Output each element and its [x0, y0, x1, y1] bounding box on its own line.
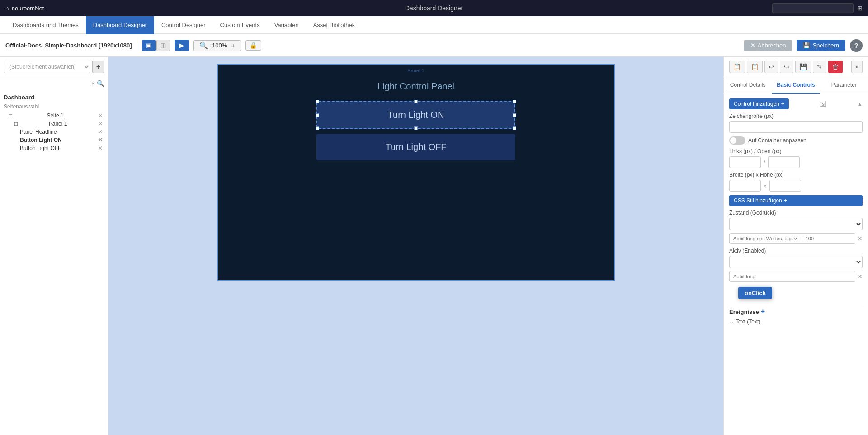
rs-delete-btn[interactable]: 🗑 — [828, 61, 843, 73]
rs-links-input[interactable]: 0 — [729, 156, 761, 168]
rs-collapse-btn[interactable]: » — [851, 61, 863, 73]
rs-zeichengroesse-input[interactable]: 0 — [729, 121, 863, 133]
tab-asset[interactable]: Asset Bibliothek — [306, 16, 363, 34]
rs-auf-container-toggle[interactable] — [729, 136, 745, 145]
rs-ereignisse-plus[interactable]: + — [761, 308, 765, 316]
tab-custom-events[interactable]: Custom Events — [213, 16, 267, 34]
rs-add-control-row: Control hinzufügen + ⇲ ▲ — [729, 98, 863, 109]
btn-off-label: Turn Light OFF — [386, 142, 447, 152]
play-button[interactable]: ▶ — [175, 40, 189, 51]
tree-label-seite1: Seite 1 — [47, 112, 63, 119]
zoom-controls: 🔍 100% + — [193, 40, 241, 51]
rs-undo-btn[interactable]: ↩ — [764, 61, 778, 73]
rs-hoehe-input[interactable]: 100 — [769, 180, 801, 192]
rs-breite-input[interactable]: 900 — [729, 180, 761, 192]
view-btn-1[interactable]: ▣ — [142, 40, 156, 51]
rs-zustand-input[interactable] — [729, 233, 855, 244]
tree-item-btn-on[interactable]: Button Light ON ✕ — [4, 136, 104, 144]
tree-close-btn-on[interactable]: ✕ — [98, 137, 103, 143]
onclick-popup[interactable]: onClick — [738, 287, 772, 299]
rs-breite-hoehe-row: 900 x 100 — [729, 180, 863, 192]
rs-auf-container-label: Auf Container anpassen — [748, 137, 807, 144]
topbar: ⌂ neuroomNet Dashboard Designer ⊞ — [0, 0, 868, 16]
handle-tl[interactable] — [316, 100, 319, 103]
btn-on-label: Turn Light ON — [388, 110, 444, 120]
rs-add-control-btn[interactable]: Control hinzufügen + — [729, 98, 789, 109]
view-btn-group: ▣ ◫ — [142, 40, 170, 51]
canvas-buttons: Turn Light ON Turn Light OFF — [218, 101, 614, 160]
handle-mr[interactable] — [513, 113, 516, 117]
tree-item-seite1[interactable]: □ Seite 1 ✕ — [4, 112, 104, 120]
rs-text-row: ⌄ Text (Text) — [729, 318, 863, 325]
grid-icon: ⊞ — [857, 5, 863, 12]
rs-add-control-icon: + — [781, 101, 784, 107]
handle-ml[interactable] — [316, 113, 319, 117]
control-select[interactable]: (Steuerelement auswählen) — [4, 61, 90, 73]
save-icon: 💾 — [803, 42, 810, 49]
rs-auf-container-row: Auf Container anpassen — [729, 136, 863, 145]
zoom-value: 100% — [212, 42, 228, 49]
rs-add-control-label: Control hinzufügen — [734, 101, 779, 107]
rs-edit-btn[interactable]: ✎ — [813, 61, 826, 73]
sidebar-add-button[interactable]: + — [92, 61, 104, 73]
sidebar-clear-button[interactable]: × — [91, 80, 95, 87]
tree-label-btn-off: Button Light OFF — [20, 145, 61, 151]
rs-css-btn[interactable]: CSS Stil hinzufügen + — [729, 195, 863, 206]
tab-variablen[interactable]: Variablen — [267, 16, 306, 34]
rs-tab-parameter[interactable]: Parameter — [820, 77, 868, 94]
canvas-btn-off[interactable]: Turn Light OFF — [316, 134, 515, 160]
canvas-btn-on[interactable]: Turn Light ON — [316, 101, 515, 129]
lock-button[interactable]: 🔒 — [245, 40, 261, 51]
canvas-frame: Panel 1 Light Control Panel Turn Light O… — [217, 64, 615, 281]
zoom-in-button[interactable]: + — [230, 42, 237, 49]
topbar-title: Dashboard Designer — [405, 5, 463, 12]
rs-zustand-select[interactable] — [729, 218, 863, 230]
save-button[interactable]: 💾 Speichern — [797, 40, 845, 51]
handle-bm[interactable] — [414, 126, 418, 130]
tab-dashboards[interactable]: Dashboards und Themes — [5, 16, 86, 34]
rs-tab-basic-controls[interactable]: Basic Controls — [772, 77, 820, 94]
tree-item-btn-off[interactable]: Button Light OFF ✕ — [4, 144, 104, 152]
tab-control-designer[interactable]: Control Designer — [154, 16, 213, 34]
rs-zustand-label: Zustand (Gedrückt) — [729, 210, 863, 216]
rs-aktiv-clear-btn[interactable]: ✕ — [857, 273, 863, 280]
rs-aktiv-select[interactable] — [729, 256, 863, 268]
tree-label-btn-on: Button Light ON — [20, 137, 62, 143]
tree-close-headline[interactable]: ✕ — [98, 129, 103, 135]
cancel-button[interactable]: ✕ Abbrechen — [744, 40, 793, 51]
rs-paste-btn[interactable]: 📋 — [747, 61, 763, 73]
tab-designer[interactable]: Dashboard Designer — [86, 16, 154, 34]
rs-collapse-icon: ▲ — [857, 101, 863, 108]
sidebar-search-button[interactable]: 🔍 — [97, 80, 104, 87]
rs-zeichengroesse-label: Zeichengröße (px) — [729, 113, 863, 119]
tree-label-panel1: Panel 1 — [49, 121, 67, 127]
rs-divider — [729, 304, 863, 304]
tree-close-panel1[interactable]: ✕ — [98, 121, 103, 127]
handle-tr[interactable] — [513, 100, 516, 103]
tree-close-seite1[interactable]: ✕ — [98, 112, 103, 119]
toolbar-title: Official-Docs_Simple-Dashboard [1920x108… — [5, 42, 132, 49]
rs-tab-control-details[interactable]: Control Details — [724, 77, 772, 94]
rs-tabs: Control Details Basic Controls Parameter — [724, 77, 868, 94]
rs-redo-btn[interactable]: ↪ — [780, 61, 793, 73]
handle-tm[interactable] — [414, 100, 418, 103]
rs-sep2: x — [764, 182, 767, 189]
zoom-out-button[interactable]: 🔍 — [198, 42, 210, 50]
rs-zustand-clear-btn[interactable]: ✕ — [857, 235, 863, 242]
tree-close-btn-off[interactable]: ✕ — [98, 145, 103, 151]
rs-copy-btn[interactable]: 📋 — [729, 61, 745, 73]
view-btn-2[interactable]: ◫ — [156, 40, 170, 51]
left-sidebar: (Steuerelement auswählen) + × 🔍 Dashboar… — [0, 57, 108, 435]
topbar-search-input[interactable] — [772, 3, 854, 13]
rs-ereignisse-label: Ereignisse — [729, 309, 759, 315]
rs-oben-input[interactable]: 0 — [768, 156, 800, 168]
tree-item-panel1[interactable]: □ Panel 1 ✕ — [4, 120, 104, 128]
rs-aktiv-input[interactable] — [729, 271, 855, 282]
tree-item-headline[interactable]: Panel Headline ✕ — [4, 128, 104, 136]
rs-chevron-icon: ⌄ — [729, 318, 734, 325]
handle-br[interactable] — [513, 126, 516, 130]
rs-save-icon-btn[interactable]: 💾 — [795, 61, 811, 73]
handle-bl[interactable] — [316, 126, 319, 130]
help-button[interactable]: ? — [850, 39, 863, 52]
canvas-area[interactable]: Panel 1 Light Control Panel Turn Light O… — [108, 57, 723, 435]
